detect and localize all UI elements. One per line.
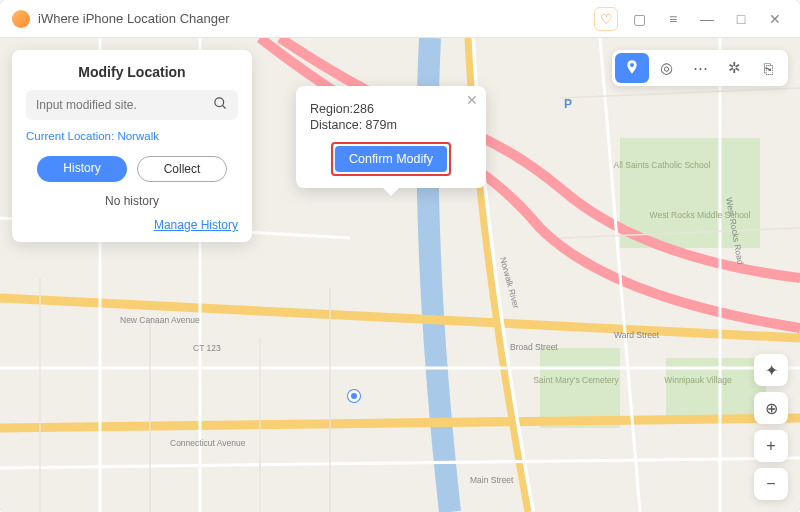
svg-text:West Rocks Middle School: West Rocks Middle School (650, 210, 751, 220)
minimize-button[interactable]: — (694, 6, 720, 32)
svg-line-31 (222, 105, 225, 108)
pin-icon (624, 59, 640, 78)
joystick-icon: ✲ (728, 59, 741, 77)
app-title: iWhere iPhone Location Changer (38, 11, 586, 26)
window-icon: ▢ (633, 11, 646, 27)
manage-history-link[interactable]: Manage History (154, 218, 238, 232)
confirm-highlight: Confirm Modify (331, 142, 451, 176)
svg-text:Main Street: Main Street (470, 475, 514, 485)
search-input-wrap[interactable] (26, 90, 238, 120)
tab-collect[interactable]: Collect (137, 156, 227, 182)
zoom-in-button[interactable]: + (754, 430, 788, 462)
svg-text:Saint Mary's Cemetery: Saint Mary's Cemetery (533, 375, 619, 385)
history-empty-text: No history (26, 194, 238, 208)
menu-button[interactable]: ≡ (660, 6, 686, 32)
distance-label: Distance: 879m (310, 118, 472, 132)
maximize-button[interactable]: □ (728, 6, 754, 32)
confirm-modify-button[interactable]: Confirm Modify (335, 146, 447, 172)
svg-text:New Canaan Avenue: New Canaan Avenue (120, 315, 200, 325)
favorite-button[interactable]: ♡ (594, 7, 618, 31)
exit-icon: ⎘ (764, 60, 773, 77)
locate-icon: ✦ (765, 361, 778, 380)
current-location-link[interactable]: Current Location: Norwalk (26, 130, 238, 142)
mode-multistop-button[interactable]: ⋯ (683, 53, 717, 83)
walk-icon: ◎ (660, 59, 673, 77)
plus-icon: + (766, 437, 775, 455)
heart-icon: ♡ (600, 11, 613, 27)
titlebar: iWhere iPhone Location Changer ♡ ▢ ≡ — □… (0, 0, 800, 38)
modify-location-panel: Modify Location Current Location: Norwal… (12, 50, 252, 242)
svg-text:P: P (564, 97, 572, 111)
locate-me-button[interactable]: ✦ (754, 354, 788, 386)
search-icon[interactable] (213, 96, 228, 114)
svg-text:Ward Street: Ward Street (614, 330, 660, 340)
svg-text:CT 123: CT 123 (193, 343, 221, 353)
region-label: Region:286 (310, 102, 472, 116)
tab-history[interactable]: History (37, 156, 127, 182)
svg-text:Winnipauk Village: Winnipauk Village (664, 375, 732, 385)
svg-text:All Saints Catholic School: All Saints Catholic School (614, 160, 711, 170)
mode-exit-button[interactable]: ⎘ (751, 53, 785, 83)
mode-joystick-button[interactable]: ✲ (717, 53, 751, 83)
close-icon: ✕ (769, 11, 781, 27)
mode-teleport-button[interactable] (615, 53, 649, 83)
minimize-icon: — (700, 11, 714, 27)
maximize-icon: □ (737, 11, 745, 27)
close-button[interactable]: ✕ (762, 6, 788, 32)
svg-point-30 (215, 98, 224, 107)
search-input[interactable] (36, 98, 213, 112)
svg-text:Connecticut Avenue: Connecticut Avenue (170, 438, 246, 448)
map-pin-icon (348, 390, 360, 402)
menu-icon: ≡ (669, 11, 677, 27)
feedback-button[interactable]: ▢ (626, 6, 652, 32)
zoom-out-button[interactable]: − (754, 468, 788, 500)
map-controls: ✦ ⊕ + − (754, 354, 788, 500)
svg-text:Broad Street: Broad Street (510, 342, 558, 352)
recenter-button[interactable]: ⊕ (754, 392, 788, 424)
popup-close-button[interactable]: ✕ (466, 92, 478, 108)
map-area[interactable]: New Canaan Avenue Connecticut Avenue Nor… (0, 38, 800, 512)
route-icon: ⋯ (693, 59, 708, 77)
mode-toolbar: ◎ ⋯ ✲ ⎘ (612, 50, 788, 86)
location-popup: ✕ Region:286 Distance: 879m Confirm Modi… (296, 86, 486, 188)
tab-row: History Collect (26, 156, 238, 182)
minus-icon: − (766, 475, 775, 493)
app-logo-icon (12, 10, 30, 28)
panel-heading: Modify Location (26, 64, 238, 80)
mode-onestop-button[interactable]: ◎ (649, 53, 683, 83)
crosshair-icon: ⊕ (765, 399, 778, 418)
